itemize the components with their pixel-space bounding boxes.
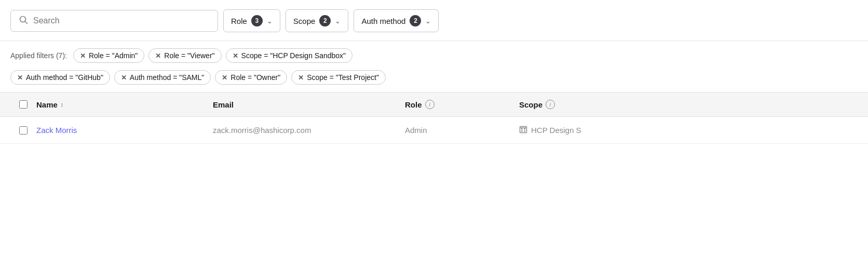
filter-chip-role-admin[interactable]: ✕ Role = "Admin" xyxy=(73,48,144,63)
filter-chip-role-admin-text: Role = "Admin" xyxy=(89,51,138,60)
auth-method-chevron-icon: ⌄ xyxy=(425,17,431,25)
table-header: Name ↕ Email Role i Scope i xyxy=(0,92,868,117)
auth-method-filter-badge: 2 xyxy=(410,15,421,26)
row-role: Admin xyxy=(405,126,519,135)
table-row: Zack Morris zack.morris@hashicorp.com Ad… xyxy=(0,117,868,144)
role-chevron-icon: ⌄ xyxy=(267,17,273,25)
auth-method-filter-label: Auth method xyxy=(361,17,405,25)
applied-filters-row: Applied filters (7): ✕ Role = "Admin" ✕ … xyxy=(0,41,868,70)
svg-rect-3 xyxy=(521,128,523,130)
remove-scope-test-button[interactable]: ✕ xyxy=(298,74,304,82)
search-box[interactable] xyxy=(10,10,218,32)
column-name-label: Name xyxy=(36,100,58,109)
scope-chevron-icon: ⌄ xyxy=(335,17,341,25)
applied-filters-label: Applied filters (7): xyxy=(10,51,67,60)
auth-method-filter-dropdown[interactable]: Auth method 2 ⌄ xyxy=(354,9,439,32)
remove-auth-github-button[interactable]: ✕ xyxy=(17,74,23,82)
svg-rect-4 xyxy=(524,128,526,130)
search-icon xyxy=(19,16,28,26)
column-email-label: Email xyxy=(213,100,234,109)
filter-chip-role-owner-text: Role = "Owner" xyxy=(230,73,280,82)
filter-chip-role-owner[interactable]: ✕ Role = "Owner" xyxy=(215,70,287,85)
row-scope: HCP Design S xyxy=(519,125,858,135)
select-all-checkbox[interactable] xyxy=(19,100,28,109)
role-filter-badge: 3 xyxy=(251,15,263,26)
sort-icon[interactable]: ↕ xyxy=(61,102,64,108)
column-header-scope: Scope i xyxy=(519,100,858,109)
remove-role-admin-button[interactable]: ✕ xyxy=(80,52,86,60)
column-header-name[interactable]: Name ↕ xyxy=(36,100,213,109)
applied-filters-row-2: ✕ Auth method = "GitHub" ✕ Auth method =… xyxy=(0,70,868,92)
filter-chip-role-viewer-text: Role = "Viewer" xyxy=(164,51,214,60)
column-role-label: Role xyxy=(405,100,422,109)
scope-info-icon[interactable]: i xyxy=(546,100,555,109)
row-checkbox-cell[interactable] xyxy=(10,126,36,135)
building-icon xyxy=(519,125,527,135)
filter-chip-scope-hcp[interactable]: ✕ Scope = "HCP Design Sandbox" xyxy=(226,48,353,63)
role-filter-label: Role xyxy=(231,17,247,25)
filter-chip-auth-saml[interactable]: ✕ Auth method = "SAML" xyxy=(114,70,211,85)
header-checkbox-cell[interactable] xyxy=(10,100,36,109)
scope-filter-badge: 2 xyxy=(319,15,331,26)
filter-chip-scope-hcp-text: Scope = "HCP Design Sandbox" xyxy=(241,51,346,60)
filter-chip-auth-github[interactable]: ✕ Auth method = "GitHub" xyxy=(10,70,110,85)
column-scope-label: Scope xyxy=(519,100,542,109)
scope-filter-dropdown[interactable]: Scope 2 ⌄ xyxy=(286,9,349,32)
column-header-email: Email xyxy=(213,100,405,109)
remove-auth-saml-button[interactable]: ✕ xyxy=(121,74,127,82)
filter-chip-role-viewer[interactable]: ✕ Role = "Viewer" xyxy=(148,48,221,63)
role-filter-dropdown[interactable]: Role 3 ⌄ xyxy=(223,9,280,32)
table-container: Name ↕ Email Role i Scope i Zack Morris … xyxy=(0,92,868,144)
column-header-role: Role i xyxy=(405,100,519,109)
role-info-icon[interactable]: i xyxy=(425,100,435,109)
top-bar: Role 3 ⌄ Scope 2 ⌄ Auth method 2 ⌄ xyxy=(0,0,868,41)
svg-rect-6 xyxy=(524,130,526,132)
remove-scope-hcp-button[interactable]: ✕ xyxy=(233,52,238,60)
filter-chip-auth-saml-text: Auth method = "SAML" xyxy=(130,73,204,82)
svg-line-1 xyxy=(25,21,28,24)
filter-chip-auth-github-text: Auth method = "GitHub" xyxy=(26,73,103,82)
svg-rect-5 xyxy=(521,130,523,132)
remove-role-owner-button[interactable]: ✕ xyxy=(222,74,227,82)
filter-chip-scope-test[interactable]: ✕ Scope = "Test Project" xyxy=(291,70,386,85)
search-input[interactable] xyxy=(33,16,209,25)
row-name[interactable]: Zack Morris xyxy=(36,126,213,135)
row-checkbox[interactable] xyxy=(19,126,28,135)
remove-role-viewer-button[interactable]: ✕ xyxy=(155,52,161,60)
scope-filter-label: Scope xyxy=(293,17,316,25)
row-email: zack.morris@hashicorp.com xyxy=(213,126,405,135)
filter-chip-scope-test-text: Scope = "Test Project" xyxy=(307,73,379,82)
